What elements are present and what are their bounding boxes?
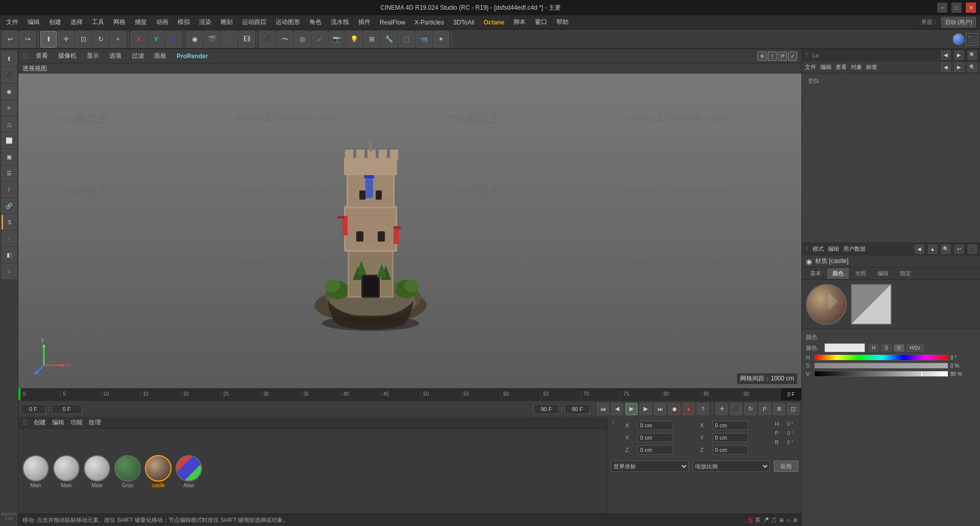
undo-button[interactable]: ↩: [2, 31, 18, 47]
next-frame-button[interactable]: ▶: [640, 403, 652, 415]
mat-menu-edit[interactable]: 编辑: [52, 418, 64, 427]
menu-script[interactable]: 脚本: [509, 16, 530, 28]
nurbs-button[interactable]: ◎: [294, 31, 310, 47]
sidebar-knife[interactable]: ⟋: [2, 231, 17, 246]
menu-mograph[interactable]: 运动图形: [272, 16, 304, 28]
y-axis-button[interactable]: Y: [148, 31, 164, 47]
render-button[interactable]: 🎬: [204, 31, 220, 47]
sidebar-layers2[interactable]: ◧: [2, 247, 17, 262]
close-button[interactable]: ✕: [966, 3, 976, 13]
viewport-icon-3[interactable]: ⟳: [778, 52, 787, 61]
tab-assign[interactable]: 指定: [895, 268, 916, 279]
record-button[interactable]: ⏺: [668, 403, 680, 415]
sidebar-box[interactable]: ⬛: [2, 67, 17, 83]
color-mode-v[interactable]: V: [894, 344, 904, 352]
maximize-button[interactable]: □: [951, 3, 962, 13]
scale-select[interactable]: 缩放比例: [693, 461, 770, 472]
color-swatch[interactable]: [824, 343, 865, 352]
object-mode-button[interactable]: ◉: [186, 31, 203, 47]
coord-y-input[interactable]: [638, 433, 673, 442]
menu-character[interactable]: 角色: [305, 16, 326, 28]
menu-simulate[interactable]: 模拟: [174, 16, 194, 28]
sidebar-panel[interactable]: ☰: [2, 165, 17, 181]
viewport-menu-view[interactable]: 查看: [34, 51, 50, 61]
viewport-menu-options[interactable]: 选项: [107, 51, 124, 61]
mat-menu-texture[interactable]: 纹理: [89, 418, 101, 427]
viewport-icon-2[interactable]: ↕: [768, 52, 777, 61]
hue-slider[interactable]: [814, 354, 948, 361]
sidebar-checker[interactable]: ◉: [2, 84, 17, 99]
material-preview-1[interactable]: [952, 33, 965, 45]
menu-tools[interactable]: 工具: [88, 16, 108, 28]
sidebar-cube[interactable]: ⬜: [2, 133, 17, 148]
om-arrow-right[interactable]: ▶: [954, 51, 964, 60]
om-nav-btn2[interactable]: ▶: [954, 63, 964, 72]
am-btn3[interactable]: 🔍: [941, 245, 950, 254]
frame-end-input2[interactable]: [565, 404, 590, 414]
om-nav-file[interactable]: 文件: [805, 63, 816, 71]
goto-end-button[interactable]: ⏭: [654, 403, 666, 415]
timeline-ruler[interactable]: 0 5 10 15 20 25 30 35 40 45 50 55 60 65 …: [20, 391, 781, 398]
mat-menu-function[interactable]: 功能: [70, 418, 83, 427]
om-nav-btn1[interactable]: ◀: [941, 63, 950, 72]
coord-zr-input[interactable]: [713, 445, 748, 455]
menu-xparticles[interactable]: X-Particles: [410, 17, 448, 28]
sidebar-circle[interactable]: ○: [2, 264, 17, 279]
tab-color[interactable]: 颜色: [827, 268, 849, 279]
viewport-menu-panel[interactable]: 面板: [152, 51, 168, 61]
color-mode-hsv[interactable]: HSV: [906, 344, 924, 352]
transform-button[interactable]: +: [110, 31, 126, 47]
clip-btn[interactable]: ⬛: [730, 403, 742, 415]
play-button[interactable]: ▶: [625, 403, 638, 415]
auto-key-button[interactable]: ●: [682, 403, 695, 415]
viewport-menu-prorender[interactable]: ProRender: [175, 52, 210, 61]
menu-edit[interactable]: 编辑: [23, 16, 44, 28]
render2-button[interactable]: 🎥: [221, 31, 237, 47]
minimize-button[interactable]: ─: [937, 3, 947, 13]
render3-button[interactable]: 🎞: [238, 31, 255, 47]
keyframe-btn[interactable]: ◫: [787, 403, 799, 415]
menu-realflow[interactable]: RealFlow: [376, 17, 409, 28]
material-item-main1[interactable]: Main: [22, 455, 49, 488]
menu-pipeline[interactable]: 流水线: [327, 16, 353, 28]
frame-end-input1[interactable]: [533, 404, 559, 414]
coord-yr-input[interactable]: [713, 433, 748, 442]
render-region-button[interactable]: ⬛: [966, 33, 978, 45]
om-nav-edit[interactable]: 编辑: [820, 63, 831, 71]
option-btn[interactable]: P: [758, 403, 771, 415]
coord-z-input[interactable]: [638, 445, 673, 455]
coord-system-select[interactable]: 世界坐标: [611, 461, 689, 472]
color-mode-s[interactable]: S: [881, 344, 892, 352]
viewport-icon-1[interactable]: ⊕: [757, 52, 767, 61]
coord-xr-input[interactable]: [713, 421, 748, 430]
mat-menu-create[interactable]: 创建: [34, 418, 46, 427]
menu-create[interactable]: 创建: [45, 16, 65, 28]
menu-sculpt[interactable]: 雕刻: [216, 16, 237, 28]
om-nav-object[interactable]: 对象: [851, 63, 862, 71]
cam-view-button[interactable]: 📹: [415, 31, 432, 47]
menu-3dtoall[interactable]: 3DToAll: [449, 17, 478, 28]
interface-value[interactable]: 启动 (用户): [941, 17, 976, 28]
viewport-content[interactable]: CG模型主 www.CGMXW.com CG模型主 www.CGMXW.com …: [18, 74, 801, 388]
om-nav-tag[interactable]: 标签: [866, 63, 877, 71]
menu-file[interactable]: 文件: [2, 16, 22, 28]
am-mode[interactable]: 模式: [813, 245, 824, 253]
menu-window[interactable]: 窗口: [531, 16, 551, 28]
om-nav-view[interactable]: 查看: [836, 63, 847, 71]
apply-button[interactable]: 应用: [774, 461, 798, 472]
wire-button[interactable]: ⬚: [398, 31, 414, 47]
tab-lighting[interactable]: 光照: [850, 268, 871, 279]
om-arrow-left[interactable]: ◀: [941, 51, 950, 60]
x-axis-button[interactable]: X: [131, 31, 147, 47]
grid-button[interactable]: ⊞: [363, 31, 380, 47]
sat-slider[interactable]: [814, 363, 948, 369]
viewport-menu-camera[interactable]: 摄像机: [56, 51, 79, 61]
am-btn5[interactable]: ⬛: [968, 245, 977, 254]
lamp-button[interactable]: ☀: [433, 31, 449, 47]
frame-current-input[interactable]: [52, 404, 82, 414]
coord-x-input[interactable]: [638, 421, 673, 430]
magnet-button[interactable]: 🔧: [381, 31, 397, 47]
tab-basic[interactable]: 基本: [805, 268, 826, 279]
frame-start-input[interactable]: [20, 404, 46, 414]
goto-start-button[interactable]: ⏮: [597, 403, 609, 415]
